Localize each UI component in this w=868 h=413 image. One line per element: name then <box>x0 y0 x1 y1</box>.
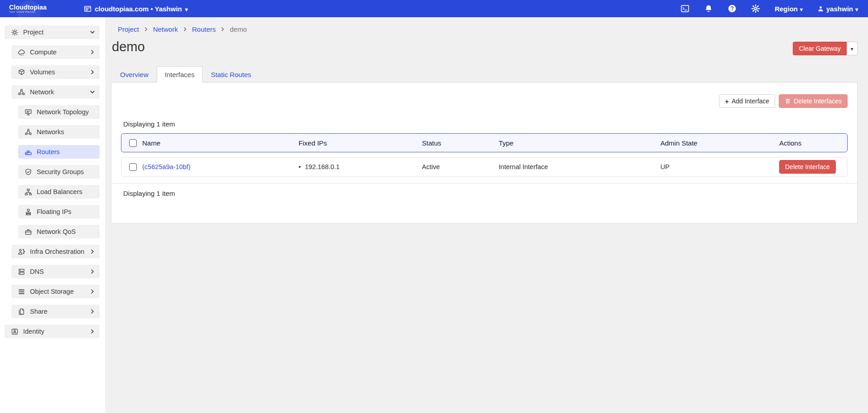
breadcrumb-link-project[interactable]: Project <box>118 25 139 33</box>
project-window-icon <box>84 5 92 13</box>
chevron-right-icon <box>90 309 95 314</box>
sidebar-item-share[interactable]: Share <box>11 305 100 318</box>
breadcrumb-separator-icon <box>220 27 225 32</box>
delete-interfaces-label: Delete Interfaces <box>794 97 842 105</box>
chevron-down-icon <box>90 89 95 95</box>
share-icon <box>18 308 25 316</box>
sidebar-item-label: Floating IPs <box>37 208 95 215</box>
sidebar-item-label: Security Groups <box>37 168 95 175</box>
network-icon <box>18 88 25 96</box>
sidebar-item-dns[interactable]: DNS <box>11 265 100 278</box>
select-all-checkbox[interactable] <box>129 139 137 147</box>
caret-down-icon <box>850 45 853 52</box>
column-header-admin-state: Admin State <box>661 139 779 147</box>
tab-overview[interactable]: Overview <box>112 66 157 83</box>
logo-tagline: Your Cloud Partner <box>9 10 47 13</box>
networks-icon <box>24 128 32 136</box>
row-checkbox[interactable] <box>129 163 137 171</box>
settings-gear-icon[interactable] <box>751 4 760 13</box>
loadbalancer-icon <box>24 188 32 196</box>
navbar-right: ? Region yashwin <box>680 4 868 13</box>
volumes-icon <box>18 68 25 76</box>
column-header-type: Type <box>499 139 661 147</box>
breadcrumb: ProjectNetworkRoutersdemo <box>111 25 858 33</box>
sidebar-item-networks[interactable]: Networks <box>18 125 100 139</box>
project-context-switcher[interactable]: cloudtopiaa.com • Yashwin <box>84 5 188 13</box>
table-row: (c5625a9a-10bf)192.168.0.1ActiveInternal… <box>121 157 848 177</box>
cell-name: (c5625a9a-10bf) <box>142 163 299 170</box>
select-all-cell <box>121 139 142 147</box>
cell-admin-state: UP <box>661 163 779 170</box>
add-interface-button[interactable]: Add Interface <box>719 94 775 108</box>
sidebar-item-network[interactable]: Network <box>11 85 100 99</box>
column-header-actions: Actions <box>779 139 847 147</box>
sidebar-item-label: Infra Orchestration <box>30 248 85 255</box>
region-label: Region <box>775 5 798 13</box>
sidebar-item-load-balancers[interactable]: Load Balancers <box>18 185 100 199</box>
caret-down-icon <box>185 5 188 13</box>
sidebar-item-label: Network QoS <box>37 228 95 235</box>
sidebar-item-routers[interactable]: Routers <box>18 145 100 159</box>
breadcrumb-link-network[interactable]: Network <box>153 25 178 33</box>
topology-icon <box>24 108 32 116</box>
breadcrumb-separator-icon <box>183 27 188 32</box>
region-dropdown[interactable]: Region <box>775 5 803 13</box>
top-navbar: Cloudtopiaa Your Cloud Partner cloudtopi… <box>0 0 868 17</box>
breadcrumb-link-routers[interactable]: Routers <box>192 25 216 33</box>
security-icon <box>24 168 32 176</box>
sidebar-item-identity[interactable]: Identity <box>5 325 100 338</box>
sidebar-item-label: Identity <box>23 328 85 335</box>
storage-icon <box>18 288 25 296</box>
add-interface-label: Add Interface <box>732 97 769 105</box>
sidebar-item-label: Share <box>30 308 85 315</box>
user-menu[interactable]: yashwin <box>817 5 858 13</box>
clear-gateway-dropdown-toggle[interactable] <box>847 42 858 55</box>
interface-name-link[interactable]: (c5625a9a-10bf) <box>142 163 190 170</box>
console-icon[interactable] <box>680 4 690 13</box>
clear-gateway-button[interactable]: Clear Gateway <box>793 42 847 55</box>
sidebar-item-compute[interactable]: Compute <box>11 45 100 59</box>
caret-down-icon <box>855 5 858 13</box>
breadcrumb-separator-icon <box>144 27 149 32</box>
project-context-label: cloudtopiaa.com • Yashwin <box>95 5 182 13</box>
interfaces-panel: Add Interface Delete Interfaces Displayi… <box>111 83 858 224</box>
tab-static-routes[interactable]: Static Routes <box>203 66 259 83</box>
sidebar-item-floating-ips[interactable]: Floating IPs <box>18 205 100 219</box>
delete-interfaces-button[interactable]: Delete Interfaces <box>779 94 848 108</box>
sidebar-item-network-qos[interactable]: Network QoS <box>18 225 100 238</box>
orchestration-icon <box>18 248 25 256</box>
sidebar-item-project[interactable]: Project <box>5 25 100 39</box>
chevron-right-icon <box>90 269 95 274</box>
table-header: NameFixed IPsStatusTypeAdmin StateAction… <box>121 133 848 152</box>
sidebar-item-label: Compute <box>30 49 85 56</box>
cell-status: Active <box>422 163 499 170</box>
svg-text:?: ? <box>730 5 733 12</box>
table-footer-count: Displaying 1 item <box>111 183 857 218</box>
breadcrumb-current: demo <box>230 25 247 33</box>
sidebar-item-label: DNS <box>30 268 85 275</box>
sidebar-item-object-storage[interactable]: Object Storage <box>11 285 100 298</box>
tab-interfaces[interactable]: Interfaces <box>157 66 203 83</box>
sidebar-item-label: Routers <box>37 148 95 155</box>
clear-gateway-split-button: Clear Gateway <box>793 42 858 55</box>
column-header-fixed-ips: Fixed IPs <box>299 139 422 147</box>
tab-bar: OverviewInterfacesStatic Routes <box>111 66 858 83</box>
cell-type: Internal Interface <box>499 163 661 170</box>
identity-icon <box>11 328 19 335</box>
column-header-name: Name <box>142 139 299 147</box>
caret-down-icon <box>800 5 803 13</box>
sidebar-item-volumes[interactable]: Volumes <box>11 65 100 79</box>
cell-fixed-ips: 192.168.0.1 <box>299 163 422 170</box>
notifications-bell-icon[interactable] <box>704 4 713 13</box>
sidebar-item-infra-orchestration[interactable]: Infra Orchestration <box>11 245 100 258</box>
column-header-status: Status <box>422 139 499 147</box>
page-title: demo <box>112 39 145 54</box>
logo[interactable]: Cloudtopiaa Your Cloud Partner <box>0 4 68 13</box>
sidebar-item-security-groups[interactable]: Security Groups <box>18 165 100 179</box>
help-icon[interactable]: ? <box>728 4 737 13</box>
sidebar-item-network-topology[interactable]: Network Topology <box>18 105 100 119</box>
sidebar-item-label: Volumes <box>30 68 85 76</box>
delete-interface-button[interactable]: Delete Interface <box>779 160 836 174</box>
sidebar-item-label: Object Storage <box>30 288 85 295</box>
fixed-ip-value: 192.168.0.1 <box>305 163 340 170</box>
